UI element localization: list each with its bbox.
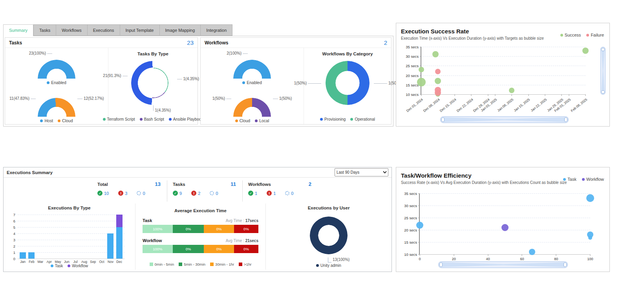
bubble-success <box>417 78 426 86</box>
slider-handle[interactable] <box>601 48 605 51</box>
legend-swatch <box>150 263 153 266</box>
tasks-by-type-chart: Tasks By Type 1(4.35%)1(4.35%)21(91.3%) … <box>108 48 198 124</box>
y-tick <box>420 47 421 47</box>
tasks-panel-body: 23(100%)Enabled 11(47.83%)12(52.17%)Host… <box>5 48 198 124</box>
legend-item-failure[interactable]: Failure <box>586 33 604 37</box>
y-tick-label: 35 secs <box>406 45 419 49</box>
y-tick-label: 30 secs <box>406 54 419 59</box>
legend-item--1hr[interactable]: >1hr <box>239 262 251 266</box>
x-tick-label: Sep <box>89 260 97 264</box>
legend-item-0min-5min[interactable]: 0min - 5min <box>150 262 174 266</box>
legend-item-task[interactable]: Task <box>563 177 576 182</box>
legend-swatch <box>235 119 238 122</box>
slider-handle[interactable] <box>439 263 443 267</box>
gauge-legend: HostCloud <box>40 118 73 123</box>
legend-item-provisioning[interactable]: Provisioning <box>320 117 346 121</box>
legend-item-host[interactable]: Host <box>40 118 53 123</box>
legend-item-5min-30min[interactable]: 5min - 30min <box>179 262 205 266</box>
summary-tab-content: Tasks 23 23(100%)Enabled 11(47.83%)12(52… <box>3 36 393 127</box>
slider-handle[interactable] <box>564 118 567 122</box>
x-tick-label: Jun <box>62 260 71 264</box>
y-tick-label: 10 secs <box>404 252 417 257</box>
legend-item-workflow[interactable]: Workflow <box>582 177 604 182</box>
avg-time-label: Avg Time : 21secs <box>226 239 258 243</box>
horizontal-zoom-slider[interactable] <box>440 116 569 123</box>
y-tick-label: 35 secs <box>404 191 417 196</box>
executions-summary-header: Executions Summary Last 90 Days <box>4 167 392 178</box>
tasks-panel: Tasks 23 23(100%)Enabled 11(47.83%)12(52… <box>5 37 198 125</box>
donut-callout: 1(4.35%) <box>176 77 199 81</box>
stat-count[interactable]: 2 <box>309 181 311 187</box>
legend-swatch <box>68 264 70 267</box>
x-tick <box>488 94 488 96</box>
tasks-hosting-gauge: 11(47.83%)12(52.17%)HostCloud <box>5 86 108 124</box>
success-icon: ✓ <box>173 191 178 196</box>
date-range-selector[interactable]: Last 90 Days <box>335 168 388 176</box>
tab-image-mapping[interactable]: Image Mapping <box>159 24 201 36</box>
tab-workflows[interactable]: Workflows <box>56 24 87 36</box>
bar-segment-task <box>116 227 123 259</box>
x-tick-label: Jan 08, 2025 <box>496 97 514 112</box>
executions-by-type-section: Executions By Type 01234567 JanFebMarApr… <box>4 204 135 270</box>
avg-bar-segment: 0% <box>234 225 258 233</box>
slider-handle[interactable] <box>601 90 605 94</box>
stat-group-tasks: Tasks11✓9!20 <box>167 180 242 202</box>
stat-label: Workflows <box>248 182 271 187</box>
avg-row-name: Workflow <box>143 238 162 243</box>
execution-success-rate-panel: Execution Success Rate Execution Time (x… <box>396 23 610 127</box>
tasks-enabled-gauge: 23(100%)Enabled <box>5 48 108 86</box>
tasks-panel-title: Tasks <box>9 40 22 46</box>
bubble-success <box>419 67 424 72</box>
legend-item-operational[interactable]: Operational <box>350 117 375 121</box>
legend-swatch <box>179 263 182 266</box>
stat-failed-count: 1 <box>273 191 276 196</box>
stat-count[interactable]: 13 <box>155 181 161 187</box>
legend-item-workflow[interactable]: Workflow <box>68 264 88 268</box>
y-tick-label: 30 secs <box>404 204 417 208</box>
stat-count[interactable]: 11 <box>231 181 236 187</box>
slider-handle[interactable] <box>564 263 567 267</box>
legend-item-unity-admin[interactable]: Unity admin <box>316 263 341 268</box>
legend-item-bash-script[interactable]: Bash Script <box>140 117 164 121</box>
y-tick-label: 25 secs <box>406 64 419 68</box>
tab-tasks[interactable]: Tasks <box>33 24 56 36</box>
legend-swatch <box>316 264 319 267</box>
execution-success-rate-plot: 35 secs30 secs25 secs20 secs15 secs10 se… <box>421 47 585 95</box>
y-tick <box>420 75 421 76</box>
bubble-failure <box>435 69 441 74</box>
legend-item-terraform-script[interactable]: Terraform Script <box>103 117 135 121</box>
y-tick-label: 1 <box>13 250 15 255</box>
legend-item-local[interactable]: Local <box>255 118 269 123</box>
tab-input-template[interactable]: Input Template <box>120 24 159 36</box>
workflows-count[interactable]: 2 <box>384 39 387 46</box>
task-workflow-efficiency-panel: Task/Workflow Efficiency Success Rate (x… <box>396 167 610 272</box>
legend-item-cloud[interactable]: Cloud <box>58 118 73 123</box>
x-tick-label: 100 <box>587 257 593 261</box>
legend-item-enabled[interactable]: Enabled <box>242 80 262 85</box>
legend-item-cloud[interactable]: Cloud <box>235 118 250 123</box>
legend-item-30min-1hr[interactable]: 30min - 1hr <box>210 262 234 266</box>
workflows-by-category-legend: ProvisioningOperational <box>304 117 391 121</box>
stat-running-badge: 0 <box>210 191 218 196</box>
legend-item-ansible-playbook[interactable]: Ansible Playbook <box>169 117 203 121</box>
executions-by-user-title: Executions by User <box>266 206 392 210</box>
vertical-zoom-slider[interactable] <box>600 47 606 95</box>
legend-swatch <box>140 118 143 121</box>
tasks-count[interactable]: 23 <box>187 39 194 46</box>
executions-by-user-section: Executions by User 13(100%) Unity admin <box>265 204 392 270</box>
x-tick-label: Apr <box>45 260 53 264</box>
tab-executions[interactable]: Executions <box>87 24 120 36</box>
horizontal-zoom-slider[interactable] <box>438 261 568 268</box>
x-tick-label: Jul <box>71 260 80 264</box>
legend-item-enabled[interactable]: Enabled <box>47 80 66 85</box>
legend-swatch <box>169 118 172 121</box>
legend-item-success[interactable]: Success <box>560 33 581 37</box>
x-tick-label: 40 <box>486 257 490 261</box>
slider-handle[interactable] <box>441 118 445 122</box>
tab-integration[interactable]: Integration <box>200 24 232 36</box>
legend-swatch <box>40 119 43 122</box>
workflows-panel-title: Workflows <box>205 40 228 46</box>
tab-summary[interactable]: Summary <box>3 24 33 36</box>
legend-swatch <box>239 263 242 266</box>
legend-item-task[interactable]: Task <box>51 264 63 268</box>
